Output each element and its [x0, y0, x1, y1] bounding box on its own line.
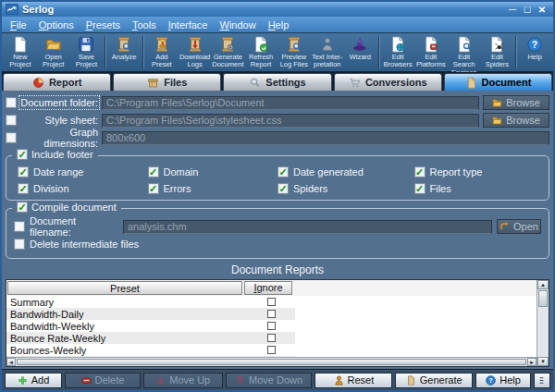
tab-report[interactable]: Report	[3, 73, 111, 91]
toolbar-button-open-project[interactable]: Open Project	[37, 34, 70, 70]
minimize-icon[interactable]	[505, 3, 520, 16]
delete-button[interactable]: Delete	[65, 373, 141, 388]
toolbar-button-label: Wizard	[350, 54, 371, 61]
toolbar-button-add-preset[interactable]: Add Preset	[145, 34, 179, 70]
toolbar-button-preview-log-files[interactable]: Preview Log Files	[278, 34, 311, 70]
style-sheet-input[interactable]: C:\Program Files\Serlog\stylesheet.css	[102, 114, 479, 128]
reset-button[interactable]: Reset	[314, 373, 392, 388]
generate-button[interactable]: Generate	[395, 373, 473, 388]
toolbar-button-save-project[interactable]: Save Project	[70, 34, 104, 70]
browse-button-label: Browse	[506, 97, 540, 108]
footer-option-checkbox[interactable]	[18, 166, 29, 178]
toolbar-button-label: Edit Spiders	[486, 54, 509, 69]
scroll-down-icon[interactable]	[537, 357, 549, 366]
footer-option-checkbox[interactable]	[414, 183, 426, 194]
toolbar-button-edit-search-engines[interactable]: Edit Search Engines	[448, 34, 481, 70]
toolbar-button-label: New Project	[9, 54, 31, 69]
delete-icon	[81, 375, 92, 386]
footer-option-checkbox[interactable]	[148, 183, 159, 194]
menu-item-help[interactable]: Help	[263, 18, 295, 31]
compile-document-checkbox[interactable]	[17, 202, 28, 213]
ignore-checkbox[interactable]	[267, 298, 276, 306]
footer-option-checkbox[interactable]	[18, 183, 29, 194]
toolbar-button-analyze[interactable]: Analyze	[107, 34, 141, 70]
footer-option-checkbox[interactable]	[278, 183, 289, 194]
footer-option-checkbox[interactable]	[148, 166, 159, 178]
menu-item-tools[interactable]: Tools	[127, 18, 162, 31]
help-button[interactable]: ?Help	[475, 373, 531, 388]
include-footer-checkbox[interactable]	[17, 149, 28, 160]
scroll-left-icon[interactable]	[6, 358, 16, 366]
toolbar-button-help[interactable]: ?Help	[518, 34, 551, 70]
menu-item-options[interactable]: Options	[33, 18, 80, 31]
table-row[interactable]: Bandwidth-Daily	[6, 308, 549, 320]
style-sheet-checkbox[interactable]	[6, 115, 17, 126]
ignore-checkbox[interactable]	[267, 346, 276, 354]
document-folder-browse-button[interactable]: Browse	[483, 95, 549, 110]
footer-option-checkbox[interactable]	[278, 166, 289, 178]
move-down-icon	[235, 375, 245, 386]
toolbar-button-refresh-report[interactable]: Refresh Report	[244, 34, 278, 70]
footer-option-report-type: Report type	[414, 166, 537, 178]
tab-files[interactable]: Files	[113, 73, 221, 91]
toolbar-button-edit-browsers[interactable]: Edit Browsers	[381, 34, 414, 70]
footer-option-checkbox[interactable]	[414, 166, 426, 178]
scroll-right-icon[interactable]	[527, 358, 536, 366]
tab-settings[interactable]: Settings	[223, 73, 331, 91]
toolbar-button-label: Download Logs	[179, 54, 210, 69]
ignore-checkbox[interactable]	[267, 310, 276, 318]
footer-option-label: Date generated	[293, 166, 364, 178]
tab-conversions[interactable]: Conversions	[334, 73, 442, 91]
document-filename-checkbox[interactable]	[14, 221, 25, 232]
toolbar-button-edit-platforms[interactable]: Edit Platforms	[414, 34, 448, 70]
toolbar-button-label: Edit Platforms	[416, 54, 446, 69]
delete-intermediate-checkbox[interactable]	[14, 239, 25, 250]
scroll-up-icon[interactable]	[537, 280, 549, 289]
footer-option-files: Files	[414, 183, 537, 194]
menu-item-interface[interactable]: Interface	[163, 18, 214, 31]
bottom-button-label: Move Down	[249, 374, 302, 386]
graph-dimensions-input[interactable]: 800x600	[102, 131, 549, 145]
graph-dimensions-checkbox[interactable]	[6, 132, 17, 143]
ignore-checkbox[interactable]	[267, 334, 276, 342]
add-button[interactable]: Add	[5, 373, 62, 388]
footer-option-label: Date range	[33, 166, 83, 178]
horizontal-scrollbar[interactable]	[6, 357, 536, 366]
toolbar-button-new-project[interactable]: New Project	[4, 34, 37, 70]
preset-cell: Bounce Rate-Weekly	[6, 333, 243, 344]
tab-document[interactable]: Document	[444, 73, 552, 91]
open-button[interactable]: Open	[497, 219, 541, 234]
help-small-icon: ?	[486, 375, 496, 386]
bottom-button-label: Delete	[95, 374, 125, 386]
tab-strip: ReportFilesSettingsConversionsDocument	[2, 72, 553, 91]
vertical-scroll-thumb[interactable]	[538, 290, 548, 307]
toolbar-button-wizard[interactable]: Wizard	[344, 34, 377, 70]
vertical-scrollbar[interactable]	[536, 280, 549, 366]
move-up-button[interactable]: Move Up	[143, 373, 223, 388]
menu-item-file[interactable]: File	[5, 18, 32, 31]
close-icon[interactable]	[535, 3, 549, 17]
maximize-icon[interactable]	[520, 3, 535, 16]
document-folder-input[interactable]: C:\Program Files\Serlog\Document	[102, 96, 479, 110]
column-header-ignore[interactable]: Ignore	[244, 281, 292, 295]
horizontal-scroll-thumb[interactable]	[17, 359, 526, 365]
toolbar-button-download-logs[interactable]: Download Logs	[179, 34, 212, 70]
grip-button[interactable]	[534, 373, 550, 388]
ignore-checkbox[interactable]	[267, 322, 276, 330]
column-header-preset[interactable]: Preset	[7, 281, 242, 295]
toolbar-button-text-inter-pretation[interactable]: Text Inter- pretation	[311, 34, 344, 70]
table-row[interactable]: Bandwidth-Weekly	[6, 320, 549, 332]
toolbar-button-edit-spiders[interactable]: Edit Spiders	[481, 34, 514, 70]
move-down-button[interactable]: Move Down	[226, 373, 313, 388]
toolbar-button-label: Edit Browsers	[383, 54, 412, 69]
footer-options-grid: Date rangeDomainDate generatedReport typ…	[14, 165, 541, 196]
style-sheet-browse-button[interactable]: Browse	[483, 113, 549, 128]
table-row[interactable]: Bounce Rate-Weekly	[6, 332, 549, 344]
table-row[interactable]: Bounces-Weekly	[6, 344, 549, 356]
table-row[interactable]: Summary	[6, 296, 549, 308]
toolbar-button-generate-document[interactable]: Generate Document	[212, 34, 245, 70]
menu-item-presets[interactable]: Presets	[80, 18, 126, 31]
document-filename-input[interactable]: analysis.chm	[123, 220, 492, 234]
document-folder-checkbox[interactable]	[6, 97, 17, 108]
menu-item-window[interactable]: Window	[214, 18, 261, 31]
